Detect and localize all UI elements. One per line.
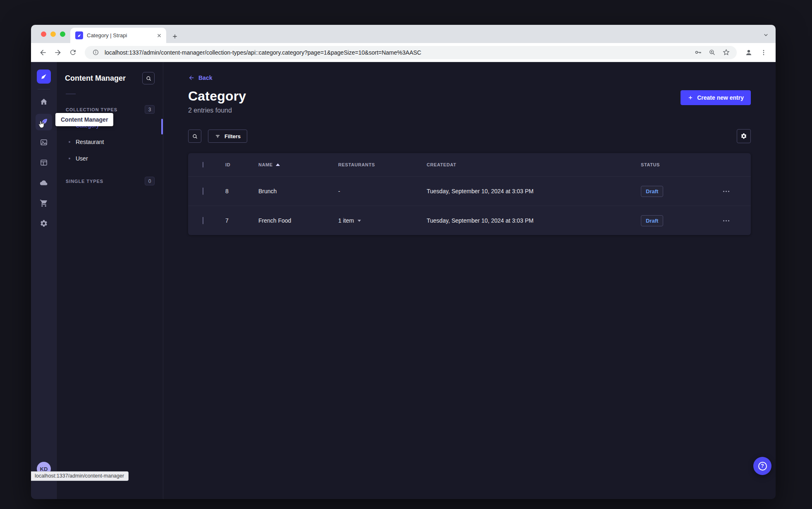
- table-row[interactable]: 8 Brunch - Tuesday, September 10, 2024 a…: [188, 176, 751, 206]
- search-icon: [192, 133, 198, 139]
- sidebar-item-content-type-builder[interactable]: [36, 154, 52, 171]
- subnav-search-button[interactable]: [142, 72, 155, 84]
- sidebar-item-restaurant[interactable]: Restaurant: [65, 134, 155, 150]
- back-nav-icon[interactable]: [37, 46, 49, 59]
- question-mark-icon: ?: [758, 462, 767, 471]
- strapi-logo[interactable]: [37, 70, 51, 84]
- reload-icon[interactable]: [67, 46, 79, 59]
- cell-createdat: Tuesday, September 10, 2024 at 3:03 PM: [427, 217, 641, 224]
- cell-name: French Food: [258, 217, 338, 224]
- column-header-restaurants[interactable]: RESTAURANTS: [338, 162, 427, 167]
- mouse-cursor-pointer: [37, 120, 46, 129]
- strapi-app: KD Content Manager COLLECTION TYPES 3 Ca…: [31, 62, 776, 499]
- zoom-window-button[interactable]: [60, 31, 65, 37]
- gear-icon: [740, 133, 747, 139]
- passwords-key-icon[interactable]: [693, 48, 703, 58]
- select-all-checkbox[interactable]: [203, 162, 203, 168]
- menu-item-label: User: [76, 155, 88, 162]
- sidebar-item-settings[interactable]: [36, 215, 52, 232]
- subnav-divider: [66, 94, 76, 94]
- traffic-lights: [41, 31, 65, 37]
- url-bar[interactable]: localhost:1337/admin/content-manager/col…: [85, 46, 737, 59]
- column-header-name[interactable]: NAME: [258, 162, 338, 167]
- entries-count: 2 entries found: [188, 107, 246, 114]
- filters-button[interactable]: Filters: [208, 130, 247, 143]
- row-checkbox[interactable]: [203, 187, 203, 195]
- browser-toolbar: localhost:1337/admin/content-manager/col…: [31, 43, 776, 62]
- cell-name: Brunch: [258, 188, 338, 194]
- tab-strip: Category | Strapi: [31, 25, 776, 43]
- column-header-id[interactable]: ID: [225, 162, 258, 167]
- cell-restaurants: -: [338, 188, 427, 194]
- sidebar-item-marketplace[interactable]: [36, 195, 52, 211]
- forward-nav-icon[interactable]: [52, 46, 64, 59]
- content-manager-tooltip: Content Manager: [55, 113, 113, 126]
- new-tab-button[interactable]: [172, 33, 178, 40]
- bookmark-star-icon[interactable]: [721, 48, 731, 58]
- site-info-icon[interactable]: [91, 48, 100, 58]
- link-status-bubble: localhost:1337/admin/content-manager: [31, 471, 129, 481]
- content-manager-subnav: Content Manager COLLECTION TYPES 3 Categ…: [57, 62, 163, 499]
- sidebar-item-user[interactable]: User: [65, 150, 155, 167]
- column-header-createdat[interactable]: CREATEDAT: [427, 162, 641, 167]
- row-actions-button[interactable]: [723, 220, 741, 221]
- browser-menu-kebab-icon[interactable]: [757, 46, 770, 59]
- strapi-favicon-icon: [75, 31, 83, 39]
- rail-divider: [38, 89, 50, 89]
- cell-createdat: Tuesday, September 10, 2024 at 3:03 PM: [427, 188, 641, 194]
- sidebar-item-cloud[interactable]: [36, 175, 52, 191]
- cell-restaurants[interactable]: 1 item: [338, 217, 427, 224]
- back-link[interactable]: Back: [188, 74, 212, 81]
- tab-search-chevron-icon[interactable]: [763, 32, 769, 38]
- search-button[interactable]: [188, 130, 201, 143]
- single-types-label: SINGLE TYPES: [66, 179, 103, 184]
- main-content: Back Category 2 entries found Create new…: [163, 62, 776, 499]
- subnav-title: Content Manager: [65, 74, 126, 83]
- table-settings-button[interactable]: [737, 129, 751, 143]
- row-actions-button[interactable]: [723, 191, 741, 192]
- status-badge: Draft: [641, 215, 663, 226]
- status-badge: Draft: [641, 186, 663, 197]
- menu-item-label: Restaurant: [76, 139, 104, 145]
- table-row[interactable]: 7 French Food 1 item Tuesday, September …: [188, 206, 751, 235]
- entries-table: ID NAME RESTAURANTS CREATEDAT STATUS 8 B…: [188, 153, 751, 235]
- zoom-in-icon[interactable]: [707, 48, 717, 58]
- collection-types-label: COLLECTION TYPES: [66, 107, 117, 112]
- bullet-icon: [69, 141, 70, 143]
- page-title: Category: [188, 89, 246, 104]
- search-icon: [146, 75, 152, 82]
- active-item-indicator: [161, 119, 163, 134]
- profile-avatar-icon[interactable]: [743, 46, 755, 59]
- cell-id: 7: [225, 217, 258, 224]
- browser-window: Category | Strapi localhost:1337/admin/c…: [31, 25, 776, 499]
- plus-icon: [688, 95, 693, 101]
- url-text: localhost:1337/admin/content-manager/col…: [105, 49, 689, 56]
- arrow-left-icon: [188, 74, 195, 81]
- sidebar-item-home[interactable]: [36, 94, 52, 110]
- chevron-down-icon: [358, 220, 361, 222]
- tab-close-icon[interactable]: [156, 33, 162, 38]
- tab-title: Category | Strapi: [87, 32, 153, 38]
- column-header-status[interactable]: STATUS: [641, 162, 719, 167]
- sort-ascending-icon: [276, 163, 280, 166]
- minimize-window-button[interactable]: [50, 31, 56, 37]
- bullet-icon: [69, 158, 70, 159]
- collection-types-count-badge: 3: [145, 105, 155, 114]
- close-window-button[interactable]: [41, 31, 46, 37]
- filter-icon: [215, 133, 221, 139]
- row-checkbox[interactable]: [203, 217, 203, 224]
- browser-tab[interactable]: Category | Strapi: [70, 28, 166, 43]
- create-new-entry-button[interactable]: Create new entry: [681, 90, 751, 105]
- table-header-row: ID NAME RESTAURANTS CREATEDAT STATUS: [188, 153, 751, 176]
- single-types-count-badge: 0: [145, 177, 155, 185]
- sidebar-item-media-library[interactable]: [36, 134, 52, 151]
- cell-id: 8: [225, 188, 258, 194]
- help-button[interactable]: ?: [753, 457, 771, 475]
